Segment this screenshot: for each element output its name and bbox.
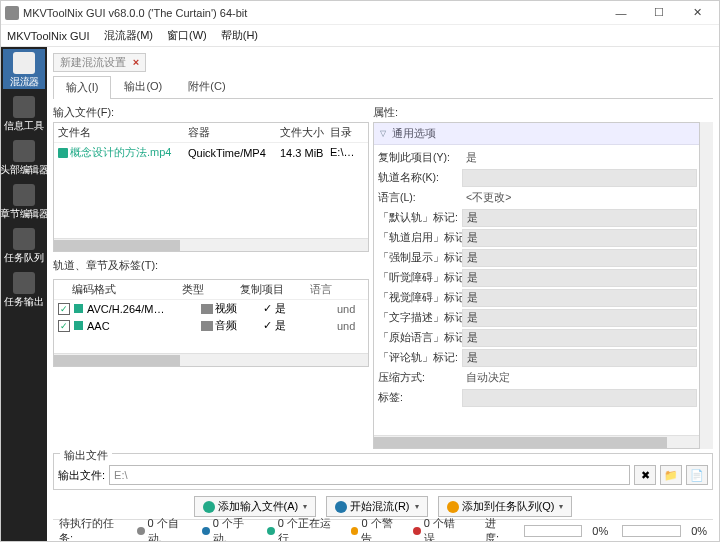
pval-default[interactable]: 是 bbox=[462, 209, 697, 227]
tab-attach[interactable]: 附件(C) bbox=[175, 75, 238, 98]
track-row-video[interactable]: ✓ AVC/H.264/M… 视频 ✓ 是 und bbox=[54, 300, 368, 317]
pval-visual[interactable]: 是 bbox=[462, 289, 697, 307]
window-title: MKVToolNix GUI v68.0.0 ('The Curtain') 6… bbox=[23, 7, 609, 19]
doc-tab-close-icon[interactable]: × bbox=[133, 56, 139, 68]
doc-tab-label: 新建混流设置 bbox=[60, 56, 126, 68]
output-groupbox: 输出文件 输出文件: ✖ 📁 📄 bbox=[53, 453, 713, 490]
video-icon bbox=[201, 304, 213, 314]
menu-appname[interactable]: MKVToolNix GUI bbox=[7, 30, 90, 42]
pval-tags[interactable] bbox=[462, 389, 697, 407]
pval-copy[interactable]: 是 bbox=[462, 149, 697, 167]
pval-language[interactable]: <不更改> bbox=[462, 189, 697, 207]
track-lang: und bbox=[337, 303, 364, 315]
pval-text[interactable]: 是 bbox=[462, 309, 697, 327]
menu-mux[interactable]: 混流器(M) bbox=[104, 28, 154, 43]
tcol-type[interactable]: 类型 bbox=[182, 282, 240, 297]
tcol-copy[interactable]: 复制项目 bbox=[240, 282, 310, 297]
collapse-icon: ▽ bbox=[380, 129, 386, 138]
track-checkbox[interactable]: ✓ bbox=[58, 303, 70, 315]
recent-output-button[interactable]: 📄 bbox=[686, 465, 708, 485]
props-hscrollbar[interactable] bbox=[374, 435, 699, 448]
dropdown-icon[interactable]: ▾ bbox=[559, 502, 563, 511]
dropdown-icon[interactable]: ▾ bbox=[303, 502, 307, 511]
clear-output-button[interactable]: ✖ bbox=[634, 465, 656, 485]
status-pending-label: 待执行的任务: bbox=[59, 516, 127, 542]
props-label: 属性: bbox=[373, 105, 713, 120]
dropdown-icon[interactable]: ▾ bbox=[415, 502, 419, 511]
props-vscrollbar[interactable] bbox=[700, 122, 713, 449]
minimize-button[interactable]: — bbox=[609, 5, 633, 21]
audio-icon bbox=[201, 321, 213, 331]
document-tab[interactable]: 新建混流设置 × bbox=[53, 53, 146, 72]
plabel-tags: 标签: bbox=[378, 391, 458, 405]
props-section-title: 通用选项 bbox=[392, 126, 436, 141]
tcol-lang[interactable]: 语言 bbox=[310, 282, 364, 297]
close-button[interactable]: ✕ bbox=[685, 5, 709, 21]
track-copy: 是 bbox=[275, 319, 286, 331]
props-body: 复制此项目(Y):是 轨道名称(K): 语言(L):<不更改> 「默认轨」标记:… bbox=[374, 145, 699, 435]
plabel-language: 语言(L): bbox=[378, 191, 458, 205]
col-filename[interactable]: 文件名 bbox=[58, 125, 188, 140]
files-scrollbar[interactable] bbox=[54, 238, 368, 251]
file-row[interactable]: 概念设计的方法.mp4 QuickTime/MP4 14.3 MiB E:\大教… bbox=[54, 143, 368, 162]
dot-manual-icon bbox=[202, 527, 210, 535]
add-files-button[interactable]: 添加输入文件(A)▾ bbox=[194, 496, 317, 517]
sidebar-item-chapter[interactable]: 章节编辑器 bbox=[3, 181, 45, 221]
info-icon bbox=[13, 96, 35, 118]
tab-output[interactable]: 输出(O) bbox=[111, 75, 175, 98]
tcol-codec[interactable]: 编码格式 bbox=[72, 282, 182, 297]
col-size[interactable]: 文件大小 bbox=[280, 125, 330, 140]
dot-warn-icon bbox=[351, 527, 359, 535]
tab-input[interactable]: 输入(I) bbox=[53, 76, 111, 99]
col-dir[interactable]: 目录 bbox=[330, 125, 364, 140]
sidebar-item-header[interactable]: 头部编辑器 bbox=[3, 137, 45, 177]
track-row-audio[interactable]: ✓ AAC 音频 ✓ 是 und bbox=[54, 317, 368, 334]
right-panel: 属性: ▽ 通用选项 复制此项目(Y):是 轨道名称(K): 语言(L):<不更… bbox=[373, 105, 713, 449]
menu-window[interactable]: 窗口(W) bbox=[167, 28, 207, 43]
sidebar-item-queue[interactable]: 任务队列 bbox=[3, 225, 45, 265]
sidebar-item-mux[interactable]: 混流器 bbox=[3, 49, 45, 89]
pval-comment[interactable]: 是 bbox=[462, 349, 697, 367]
status-p1: 0% bbox=[592, 525, 608, 537]
dot-auto-icon bbox=[137, 527, 145, 535]
plabel-text: 「文字描述」标记: bbox=[378, 311, 458, 325]
sidebar: 混流器 信息工具 头部编辑器 章节编辑器 任务队列 任务输出 bbox=[1, 47, 47, 541]
maximize-button[interactable]: ☐ bbox=[647, 5, 671, 21]
output-path-input[interactable] bbox=[109, 465, 630, 485]
browse-output-button[interactable]: 📁 bbox=[660, 465, 682, 485]
tracks-box: 编码格式 类型 复制项目 语言 ✓ AVC/H.264/M… 视频 ✓ 是 un… bbox=[53, 279, 369, 367]
files-header: 文件名 容器 文件大小 目录 bbox=[54, 123, 368, 143]
pval-hearing[interactable]: 是 bbox=[462, 269, 697, 287]
pval-orig[interactable]: 是 bbox=[462, 329, 697, 347]
pval-forced[interactable]: 是 bbox=[462, 249, 697, 267]
input-files-box: 文件名 容器 文件大小 目录 概念设计的方法.mp4 QuickTime/MP4… bbox=[53, 122, 369, 252]
sidebar-item-output[interactable]: 任务输出 bbox=[3, 269, 45, 309]
tracks-scrollbar[interactable] bbox=[54, 353, 368, 366]
plabel-default: 「默认轨」标记: bbox=[378, 211, 458, 225]
tracks-label: 轨道、章节及标签(T): bbox=[53, 258, 369, 273]
pval-enabled[interactable]: 是 bbox=[462, 229, 697, 247]
chapter-icon bbox=[13, 184, 35, 206]
pval-trackname[interactable] bbox=[462, 169, 697, 187]
status-p2: 0% bbox=[691, 525, 707, 537]
dot-running-icon bbox=[267, 527, 275, 535]
sidebar-item-info[interactable]: 信息工具 bbox=[3, 93, 45, 133]
dot-err-icon bbox=[413, 527, 421, 535]
mux-icon bbox=[13, 52, 35, 74]
add-icon bbox=[203, 501, 215, 513]
add-to-queue-button[interactable]: 添加到任务队列(Q)▾ bbox=[438, 496, 573, 517]
properties-box: ▽ 通用选项 复制此项目(Y):是 轨道名称(K): 语言(L):<不更改> 「… bbox=[373, 122, 700, 449]
input-files-label: 输入文件(F): bbox=[53, 105, 369, 120]
plabel-orig: 「原始语言」标记: bbox=[378, 331, 458, 345]
pval-compress[interactable]: 自动决定 bbox=[462, 369, 697, 387]
start-mux-button[interactable]: 开始混流(R)▾ bbox=[326, 496, 427, 517]
props-section-header[interactable]: ▽ 通用选项 bbox=[374, 123, 699, 145]
status-auto: 0 个自动, bbox=[148, 516, 192, 542]
menu-help[interactable]: 帮助(H) bbox=[221, 28, 258, 43]
track-codec: AAC bbox=[87, 320, 197, 332]
track-copy: 是 bbox=[275, 302, 286, 314]
content: 新建混流设置 × 输入(I) 输出(O) 附件(C) 输入文件(F): 文件名 … bbox=[47, 47, 719, 541]
col-container[interactable]: 容器 bbox=[188, 125, 280, 140]
track-checkbox[interactable]: ✓ bbox=[58, 320, 70, 332]
progress-bar-2 bbox=[622, 525, 681, 537]
